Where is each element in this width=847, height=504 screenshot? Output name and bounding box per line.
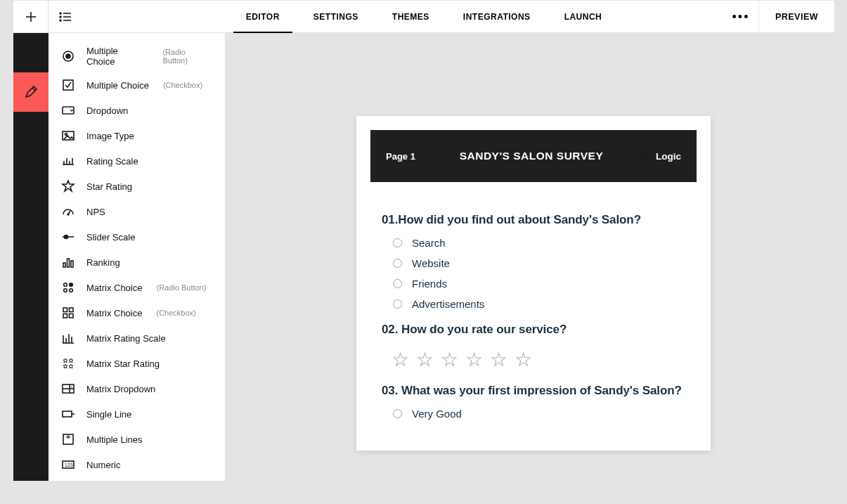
ellipsis-icon: •••	[732, 10, 750, 25]
qtype-email[interactable]: Email	[49, 477, 225, 481]
svg-rect-36	[70, 308, 74, 312]
qtype-ranking[interactable]: Ranking	[49, 250, 225, 275]
option[interactable]: Friends	[393, 278, 685, 290]
page-selector[interactable]: Page 1	[386, 151, 426, 162]
tab-editor[interactable]: EDITOR	[246, 1, 280, 33]
tab-integrations[interactable]: INTEGRATIONS	[463, 1, 531, 33]
qtype-dropdown[interactable]: Dropdown	[49, 98, 225, 123]
star-icon[interactable]: ☆	[416, 348, 434, 371]
radio-icon	[393, 259, 402, 268]
qtype-checkbox[interactable]: Multiple Choice(Checkbox)	[49, 72, 225, 98]
option[interactable]: Search	[393, 237, 685, 249]
svg-rect-30	[71, 261, 73, 267]
qtype-star[interactable]: Star Rating	[49, 174, 225, 199]
svg-point-34	[70, 289, 73, 292]
chevron-down-icon	[420, 154, 426, 158]
svg-rect-29	[67, 259, 70, 267]
qtype-numeric[interactable]: 123Numeric	[49, 452, 225, 477]
tab-themes[interactable]: THEMES	[392, 1, 429, 33]
qtype-sublabel: (Checkbox)	[156, 309, 195, 317]
qtype-label: Dropdown	[86, 105, 128, 116]
qtype-label: Matrix Choice	[86, 283, 142, 293]
matrix-rating-icon	[61, 331, 75, 345]
logic-icon	[637, 150, 649, 162]
pencil-icon	[24, 85, 38, 99]
qtype-label: Matrix Rating Scale	[86, 333, 166, 344]
survey-header: Page 1 SANDY'S SALON SURVEY Logic	[370, 130, 697, 182]
rail-pages[interactable]	[13, 33, 49, 72]
question-types-panel: Multiple Choice(Radio Button)Multiple Ch…	[49, 33, 226, 481]
survey-body: 01.How did you find out about Sandy's Sa…	[356, 196, 711, 451]
qtype-sublabel: (Radio Button)	[156, 283, 206, 292]
radio-icon	[393, 238, 402, 247]
svg-point-14	[66, 54, 70, 58]
svg-point-25	[67, 214, 69, 215]
option-label: Search	[412, 237, 446, 249]
radio-icon	[61, 49, 75, 63]
star-icon[interactable]: ☆	[392, 348, 409, 371]
canvas: Page 1 SANDY'S SALON SURVEY Logic 01.How…	[226, 33, 834, 481]
qtype-slider[interactable]: Slider Scale	[49, 224, 225, 250]
qtype-radio[interactable]: Multiple Choice(Radio Button)	[49, 40, 225, 72]
star-icon[interactable]: ☆	[515, 348, 532, 371]
rail-editor[interactable]	[13, 72, 49, 112]
star-icon[interactable]: ☆	[465, 348, 483, 371]
option-label: Website	[412, 257, 450, 269]
qtype-matrix-radio[interactable]: Matrix Choice(Radio Button)	[49, 275, 225, 300]
piechart-icon	[24, 124, 38, 138]
page-label: Page 1	[386, 151, 415, 162]
question[interactable]: 01.How did you find out about Sandy's Sa…	[382, 213, 685, 310]
qtype-matrix-rating[interactable]: Matrix Rating Scale	[49, 325, 225, 351]
matrix-radio-icon	[61, 280, 75, 295]
option-label: Advertisements	[412, 298, 484, 310]
svg-rect-28	[63, 263, 65, 267]
tab-settings[interactable]: SETTINGS	[313, 1, 358, 33]
left-rail	[13, 33, 49, 481]
question[interactable]: 03. What was your first impression of Sa…	[382, 384, 685, 420]
qtype-label: Rating Scale	[86, 156, 138, 167]
qtype-single-line[interactable]: Single Line	[49, 401, 225, 427]
star-icon[interactable]: ☆	[441, 348, 458, 371]
option[interactable]: Very Good	[393, 408, 685, 420]
question-text: How did you find out about Sandy's Salon…	[398, 213, 641, 226]
logic-button[interactable]: Logic	[637, 150, 681, 162]
radio-icon	[393, 409, 402, 418]
tab-launch[interactable]: LAUNCH	[564, 1, 602, 33]
star-icon[interactable]: ☆	[490, 348, 507, 371]
qtype-label: NPS	[86, 207, 105, 217]
option-label: Friends	[412, 278, 447, 290]
more-button[interactable]: •••	[723, 1, 758, 33]
qtype-label: Matrix Dropdown	[86, 384, 155, 394]
qtype-label: Matrix Star Rating	[86, 358, 160, 369]
app-window: EDITORSETTINGSTHEMESINTEGRATIONSLAUNCH •…	[13, 0, 835, 482]
rail-reports[interactable]	[13, 112, 49, 151]
radio-icon	[393, 279, 402, 288]
qtype-rating[interactable]: Rating Scale	[49, 148, 225, 174]
question-title: 01.How did you find out about Sandy's Sa…	[382, 213, 685, 227]
ranking-icon	[61, 255, 75, 269]
svg-point-33	[64, 289, 67, 292]
qtype-matrix-dropdown[interactable]: Matrix Dropdown	[49, 376, 225, 401]
multi-line-icon	[61, 432, 75, 446]
qtype-multi-line[interactable]: Multiple Lines	[49, 427, 225, 452]
logic-label: Logic	[656, 151, 681, 162]
options: SearchWebsiteFriendsAdvertisements	[382, 237, 685, 310]
qtype-matrix-check[interactable]: Matrix Choice(Checkbox)	[49, 300, 225, 325]
qtype-image[interactable]: Image Type	[49, 123, 225, 148]
option[interactable]: Advertisements	[393, 298, 685, 310]
question-title: 02. How do you rate our service?	[382, 323, 685, 337]
survey-title: SANDY'S SALON SURVEY	[460, 150, 604, 162]
slider-icon	[61, 230, 75, 244]
tabs: EDITORSETTINGSTHEMESINTEGRATIONSLAUNCH	[13, 1, 834, 33]
qtype-nps[interactable]: NPS	[49, 199, 225, 224]
option-label: Very Good	[412, 408, 462, 420]
single-line-icon	[61, 407, 75, 421]
question[interactable]: 02. How do you rate our service?☆☆☆☆☆☆	[382, 323, 685, 371]
svg-rect-37	[63, 314, 67, 318]
option[interactable]: Website	[393, 257, 685, 269]
qtype-label: Slider Scale	[86, 232, 135, 243]
qtype-label: Numeric	[86, 460, 120, 470]
numeric-icon: 123	[61, 458, 75, 472]
preview-button[interactable]: PREVIEW	[758, 1, 834, 33]
qtype-matrix-star[interactable]: Matrix Star Rating	[49, 351, 225, 376]
